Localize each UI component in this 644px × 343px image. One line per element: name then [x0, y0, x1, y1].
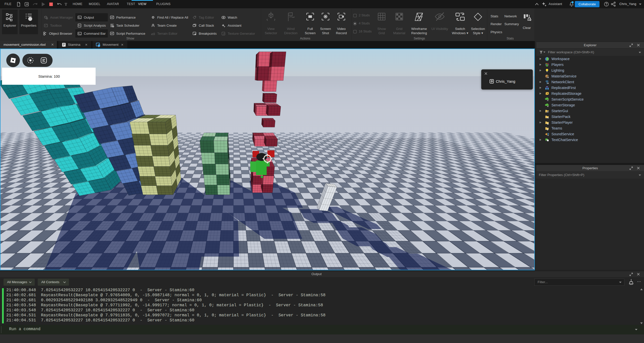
svg-text:i: i [30, 17, 31, 21]
